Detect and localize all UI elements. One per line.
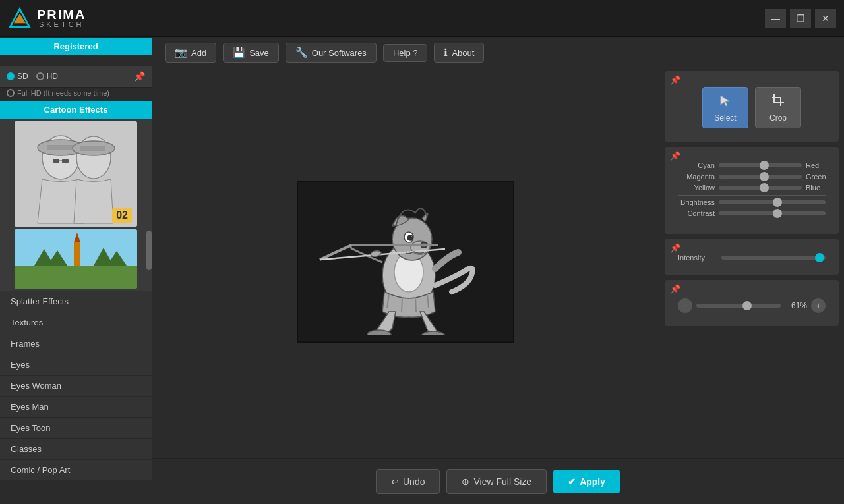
slider-divider — [678, 195, 826, 196]
our-softwares-label: Our Softwares — [312, 48, 367, 58]
quality-sd[interactable]: SD — [7, 72, 28, 81]
crop-icon — [771, 93, 785, 111]
thumb-landscape-img — [15, 229, 137, 289]
effect-thumb-2[interactable] — [15, 229, 137, 289]
about-button[interactable]: ℹ About — [434, 43, 484, 63]
help-button[interactable]: Help ? — [383, 44, 428, 62]
svg-point-30 — [370, 250, 381, 257]
our-softwares-icon: 🔧 — [295, 47, 308, 59]
crop-button[interactable]: Crop — [755, 87, 801, 128]
add-button[interactable]: 📷 Add — [165, 43, 216, 63]
sidebar-scrollbar[interactable] — [146, 231, 152, 270]
sidebar-item-splatter-effects[interactable]: Splatter Effects — [0, 291, 152, 312]
sd-label: SD — [17, 72, 28, 81]
quality-bar: SD HD 📌 — [0, 66, 152, 88]
sidebar-item-eyes-man[interactable]: Eyes Man — [0, 397, 152, 418]
effect-gallery: 02 — [0, 119, 152, 291]
undo-button[interactable]: ↩ Undo — [376, 469, 440, 494]
active-category-header: Cartoon Effects — [0, 101, 152, 119]
brightness-slider[interactable] — [719, 200, 826, 204]
logo-prima-text: PRIMA — [37, 8, 86, 21]
sidebar-item-comic-pop-art[interactable]: Comic / Pop Art — [0, 460, 152, 481]
intensity-thumb[interactable] — [815, 253, 824, 262]
quality-fullhd[interactable]: Full HD (It needs some time) — [0, 88, 152, 101]
yellow-blue-slider[interactable] — [719, 186, 802, 190]
svg-point-32 — [421, 331, 445, 335]
cyan-red-slider[interactable] — [719, 163, 802, 167]
fullhd-label: Full HD (It needs some time) — [17, 89, 109, 97]
svg-rect-11 — [80, 146, 106, 151]
wolf-image — [307, 190, 504, 335]
sidebar-item-textures[interactable]: Textures — [0, 312, 152, 333]
undo-icon: ↩ — [391, 476, 399, 487]
maximize-button[interactable]: ❐ — [790, 9, 811, 28]
canvas-frame — [297, 181, 514, 343]
svg-line-35 — [415, 297, 416, 312]
cyan-label: Cyan — [678, 161, 719, 169]
zoom-out-button[interactable]: − — [678, 298, 692, 313]
red-label: Red — [802, 161, 826, 169]
zoom-slider[interactable] — [696, 304, 781, 308]
sidebar-item-eyes-woman[interactable]: Eyes Woman — [0, 376, 152, 397]
sidebar-item-eyes-toon[interactable]: Eyes Toon — [0, 418, 152, 439]
intensity-row: Intensity — [678, 254, 826, 262]
select-button[interactable]: Select — [702, 87, 748, 128]
sidebar-item-glasses[interactable]: Glasses — [0, 439, 152, 460]
thumb-badge-1: 02 — [112, 208, 132, 223]
intensity-container: Intensity — [671, 246, 832, 268]
intensity-label: Intensity — [678, 254, 717, 262]
pin-zoom-icon: 📌 — [670, 284, 680, 294]
svg-rect-7 — [62, 159, 69, 163]
svg-rect-6 — [53, 159, 59, 163]
zoom-panel: 📌 − 61% + — [665, 280, 839, 326]
registered-bar: Registered — [0, 38, 152, 55]
magenta-green-slider[interactable] — [719, 175, 802, 179]
add-label: Add — [191, 48, 206, 58]
svg-point-27 — [411, 235, 413, 237]
right-panel: 📌 Select Cro — [659, 66, 844, 458]
menubar: 📷 Add 💾 Save 🔧 Our Softwares Help ? ℹ Ab… — [152, 38, 844, 67]
zoom-row: − 61% + — [678, 298, 826, 313]
intensity-slider[interactable] — [721, 256, 826, 260]
our-softwares-button[interactable]: 🔧 Our Softwares — [286, 43, 377, 63]
yellow-blue-thumb[interactable] — [760, 183, 769, 192]
logo-icon — [8, 7, 32, 30]
add-icon: 📷 — [175, 47, 187, 59]
apply-icon: ✔ — [568, 476, 576, 487]
contrast-thumb[interactable] — [773, 209, 782, 218]
zoom-in-button[interactable]: + — [811, 298, 826, 313]
crop-label: Crop — [769, 113, 787, 123]
svg-rect-5 — [47, 145, 74, 150]
minimize-button[interactable]: — — [765, 9, 786, 28]
intensity-panel: 📌 Intensity — [665, 239, 839, 275]
category-list: Splatter Effects Textures Frames Eyes Ey… — [0, 291, 152, 481]
apply-button[interactable]: ✔ Apply — [553, 470, 620, 493]
svg-rect-13 — [15, 266, 137, 289]
quality-hd[interactable]: HD — [36, 72, 58, 81]
yellow-blue-row: Yellow Blue — [678, 184, 826, 192]
hd-label: HD — [47, 72, 58, 81]
help-label: Help ? — [393, 48, 418, 58]
sidebar-item-frames[interactable]: Frames — [0, 333, 152, 354]
tools-panel: 📌 Select Cro — [665, 71, 839, 142]
contrast-slider[interactable] — [719, 211, 826, 215]
about-label: About — [452, 48, 474, 58]
save-label: Save — [249, 48, 269, 58]
close-button[interactable]: ✕ — [815, 9, 836, 28]
magenta-green-thumb[interactable] — [760, 172, 769, 181]
logo: PRIMA SKETCH — [8, 7, 86, 30]
effect-thumb-1[interactable]: 02 — [15, 121, 137, 227]
color-panel: 📌 Cyan Red Magenta Green Yellow — [665, 147, 839, 234]
cyan-red-thumb[interactable] — [760, 161, 769, 170]
select-label: Select — [714, 113, 736, 123]
sidebar: SD HD 📌 Full HD (It needs some time) Car… — [0, 66, 152, 504]
view-label: View Full Size — [473, 476, 531, 487]
sidebar-item-eyes[interactable]: Eyes — [0, 354, 152, 376]
brightness-thumb[interactable] — [773, 198, 782, 207]
pin-quality-icon: 📌 — [134, 71, 145, 82]
view-full-size-button[interactable]: ⊕ View Full Size — [446, 469, 547, 494]
save-button[interactable]: 💾 Save — [223, 43, 279, 63]
pin-tools-icon: 📌 — [670, 75, 680, 85]
hd-radio — [36, 72, 44, 80]
zoom-thumb[interactable] — [742, 301, 752, 310]
